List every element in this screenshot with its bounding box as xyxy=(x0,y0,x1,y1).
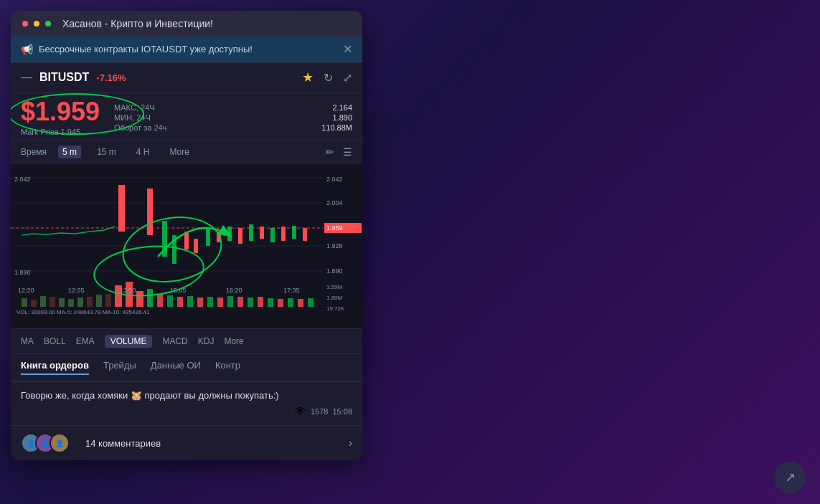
dot-green xyxy=(45,21,51,27)
indicator-volume[interactable]: VOLUME xyxy=(105,335,153,348)
price-value-max: 2.164 xyxy=(250,103,352,112)
dot-red xyxy=(22,21,28,27)
indicator-ema[interactable]: EMA xyxy=(76,336,95,346)
chevron-right-icon[interactable]: › xyxy=(349,437,352,450)
indicator-more[interactable]: More xyxy=(224,336,243,346)
settings-icon[interactable]: ☰ xyxy=(343,146,352,158)
svg-rect-60 xyxy=(207,297,213,307)
svg-text:1.890: 1.890 xyxy=(326,267,343,275)
svg-rect-7 xyxy=(118,185,125,232)
svg-rect-37 xyxy=(303,228,307,241)
time-bar: Время 5 m 15 m 4 H More ✏ ☰ xyxy=(11,141,362,163)
svg-rect-56 xyxy=(167,295,173,307)
svg-text:3.59M: 3.59M xyxy=(326,284,343,290)
svg-text:2.004: 2.004 xyxy=(326,199,343,206)
indicator-boll[interactable]: BOLL xyxy=(44,336,66,346)
avatar-3: 👤 xyxy=(50,433,70,453)
message-section: Говорю же, когда хомяки 🐹 продают вы дол… xyxy=(11,382,362,426)
svg-rect-25 xyxy=(238,228,242,244)
message-time: 15:08 xyxy=(332,407,352,416)
token-symbol-icon: — xyxy=(21,71,32,84)
panel-footer: 👤 👤 👤 14 комментариев › xyxy=(11,426,362,460)
avatars: 👤 👤 👤 xyxy=(21,433,70,453)
message-meta: 👁 1578 15:08 xyxy=(21,405,352,418)
chart-svg: 2.042 1.890 xyxy=(11,163,362,328)
svg-text:VOL: 30093.00  MA-5: 248643.78: VOL: 30093.00 MA-5: 248643.78 MA-10: 435… xyxy=(17,309,150,315)
svg-text:12:35: 12:35 xyxy=(68,287,85,294)
timeframe-more[interactable]: More xyxy=(166,146,194,158)
svg-text:1.890: 1.890 xyxy=(14,269,31,276)
svg-text:17:35: 17:35 xyxy=(283,287,300,294)
share-button[interactable]: ↗ xyxy=(774,462,806,493)
indicator-macd[interactable]: MACD xyxy=(162,336,187,346)
svg-rect-13 xyxy=(172,235,176,264)
share-icon: ↗ xyxy=(785,470,796,485)
svg-rect-68 xyxy=(288,298,293,307)
draw-icon[interactable]: ✏ xyxy=(326,146,334,158)
indicator-ma[interactable]: MA xyxy=(21,336,34,346)
chart-container: 2.042 1.890 xyxy=(11,163,362,328)
svg-rect-70 xyxy=(308,298,314,307)
svg-text:1.928: 1.928 xyxy=(326,242,343,249)
token-actions: ★ ↻ ⤢ xyxy=(302,70,352,85)
svg-text:15:05: 15:05 xyxy=(170,287,187,294)
tab-trades[interactable]: Трейды xyxy=(103,360,136,375)
banner-content: 📢 Бессрочные контракты IOTAUSDT уже дост… xyxy=(21,44,253,55)
timeframe-4h[interactable]: 4 H xyxy=(132,146,154,158)
svg-rect-53 xyxy=(136,291,143,307)
svg-rect-23 xyxy=(227,227,232,241)
price-stats: МАКС, 24Ч 2.164 МИН, 24Ч 1.890 Оборот за… xyxy=(114,99,352,136)
tab-order-book[interactable]: Книга ордеров xyxy=(21,360,89,375)
time-label: Время xyxy=(21,147,47,157)
svg-text:12:20: 12:20 xyxy=(18,287,34,294)
dot-yellow xyxy=(34,21,39,27)
refresh-icon[interactable]: ↻ xyxy=(324,71,333,85)
token-change: -7.16% xyxy=(96,72,126,83)
svg-rect-17 xyxy=(194,239,198,253)
svg-rect-46 xyxy=(68,299,74,307)
svg-rect-63 xyxy=(237,297,243,307)
svg-text:19.72K: 19.72K xyxy=(326,305,345,312)
svg-rect-67 xyxy=(278,299,283,307)
favorite-icon[interactable]: ★ xyxy=(302,70,314,85)
views-icon: 👁 xyxy=(295,405,306,418)
svg-rect-48 xyxy=(87,297,93,307)
svg-text:2.042: 2.042 xyxy=(326,176,343,183)
svg-rect-11 xyxy=(162,221,167,257)
svg-text:1.959: 1.959 xyxy=(326,224,343,232)
svg-rect-61 xyxy=(217,298,223,307)
svg-rect-59 xyxy=(197,298,203,307)
svg-rect-49 xyxy=(96,295,102,307)
svg-rect-52 xyxy=(126,282,133,307)
svg-rect-54 xyxy=(147,289,153,307)
indicator-kdj[interactable]: KDJ xyxy=(198,336,215,346)
main-price: $1.959 xyxy=(21,99,100,125)
message-text: Говорю же, когда хомяки 🐹 продают вы дол… xyxy=(21,389,352,402)
timeframe-5m[interactable]: 5 m xyxy=(58,146,81,158)
banner: 📢 Бессрочные контракты IOTAUSDT уже дост… xyxy=(11,37,362,62)
banner-close-button[interactable]: ✕ xyxy=(343,42,352,56)
mark-price: Mark Price 1.945 xyxy=(21,128,100,136)
price-left: $1.959 Mark Price 1.945 xyxy=(21,99,100,136)
svg-rect-29 xyxy=(260,227,264,239)
tab-contr[interactable]: Контр xyxy=(215,360,240,375)
comments-count: 14 комментариев xyxy=(85,438,161,449)
svg-text:13:50: 13:50 xyxy=(120,287,136,294)
banner-text: Бессрочные контракты IOTAUSDT уже доступ… xyxy=(39,44,253,54)
svg-rect-57 xyxy=(177,297,183,307)
svg-rect-41 xyxy=(22,298,27,307)
price-label-volume: Оборот за 24ч xyxy=(114,123,238,132)
svg-text:1.80M: 1.80M xyxy=(326,295,343,301)
svg-rect-45 xyxy=(59,298,65,307)
svg-rect-15 xyxy=(184,232,189,249)
svg-rect-19 xyxy=(206,228,210,246)
svg-text:16:20: 16:20 xyxy=(226,287,242,294)
token-name: BITUSDT xyxy=(39,71,89,84)
svg-rect-31 xyxy=(270,228,275,242)
expand-icon[interactable]: ⤢ xyxy=(343,71,352,85)
svg-rect-33 xyxy=(281,227,286,241)
tab-oi-data[interactable]: Данные ОИ xyxy=(151,360,201,375)
svg-rect-50 xyxy=(105,294,111,307)
timeframe-15m[interactable]: 15 m xyxy=(93,146,121,158)
token-bar: — BITUSDT -7.16% ★ ↻ ⤢ xyxy=(11,62,362,93)
